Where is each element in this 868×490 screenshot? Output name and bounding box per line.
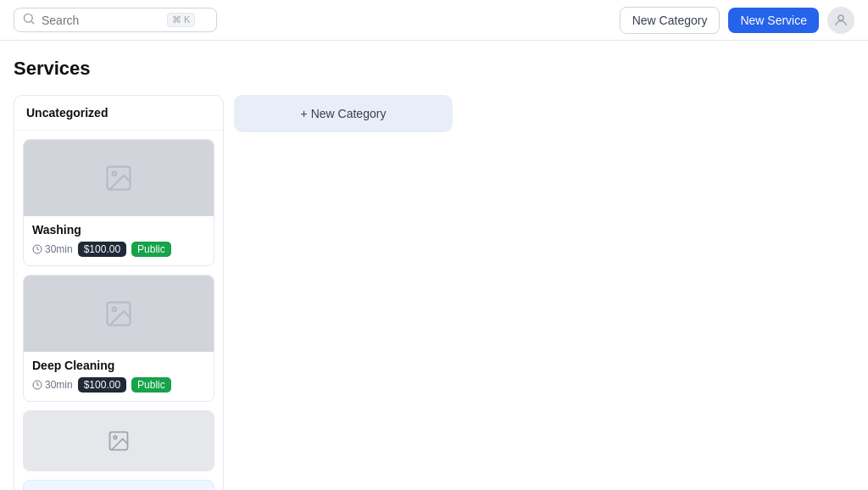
- search-shortcut: ⌘ K: [167, 13, 195, 27]
- page-title: Services: [14, 58, 854, 80]
- service-name-washing: Washing: [32, 223, 205, 237]
- service-image-placeholder: [24, 411, 214, 471]
- columns-container: Uncategorized Washing: [14, 95, 854, 490]
- new-category-column: + New Category: [234, 95, 453, 132]
- service-info-deep-cleaning: Deep Cleaning 30min $100.00 Public: [24, 352, 214, 401]
- visibility-badge-washing: Public: [131, 242, 171, 257]
- duration-label-deep-cleaning: 30min: [45, 379, 73, 391]
- service-card-washing[interactable]: Washing 30min $100.00 Public: [23, 139, 214, 266]
- svg-point-10: [114, 436, 117, 439]
- header-actions: New Category New Service: [620, 7, 854, 34]
- svg-point-4: [113, 172, 117, 176]
- new-category-button[interactable]: New Category: [620, 7, 721, 34]
- service-duration-washing: 30min: [32, 243, 73, 255]
- price-badge-deep-cleaning: $100.00: [78, 377, 126, 393]
- search-input[interactable]: [42, 14, 160, 27]
- service-meta-washing: 30min $100.00 Public: [32, 242, 205, 257]
- visibility-badge-deep-cleaning: Public: [131, 377, 171, 393]
- new-category-col-button[interactable]: + New Category: [234, 95, 453, 132]
- service-info-washing: Washing 30min $100.00 Public: [24, 216, 214, 265]
- svg-point-0: [24, 14, 32, 22]
- new-service-bottom-button[interactable]: + New Service: [23, 480, 214, 490]
- category-column-uncategorized: Uncategorized Washing: [14, 95, 224, 490]
- service-image-washing: [24, 140, 214, 216]
- search-box[interactable]: ⌘ K: [14, 8, 217, 32]
- service-card-deep-cleaning[interactable]: Deep Cleaning 30min $100.00 Public: [23, 275, 214, 402]
- services-list: Washing 30min $100.00 Public: [14, 131, 223, 480]
- search-icon: [23, 13, 35, 27]
- main-content: Services Uncategorized Washing: [0, 41, 868, 490]
- svg-point-2: [838, 15, 843, 20]
- duration-label-washing: 30min: [45, 243, 73, 255]
- avatar[interactable]: [827, 7, 854, 34]
- header: ⌘ K New Category New Service: [0, 0, 868, 41]
- category-column-header: Uncategorized: [14, 96, 223, 131]
- service-card-placeholder: [23, 410, 214, 471]
- new-service-header-button[interactable]: New Service: [728, 8, 819, 33]
- service-meta-deep-cleaning: 30min $100.00 Public: [32, 377, 205, 393]
- service-duration-deep-cleaning: 30min: [32, 379, 73, 391]
- service-name-deep-cleaning: Deep Cleaning: [32, 359, 205, 372]
- service-image-deep-cleaning: [24, 276, 214, 352]
- svg-line-1: [31, 21, 34, 24]
- svg-point-7: [113, 308, 117, 312]
- price-badge-washing: $100.00: [78, 242, 126, 257]
